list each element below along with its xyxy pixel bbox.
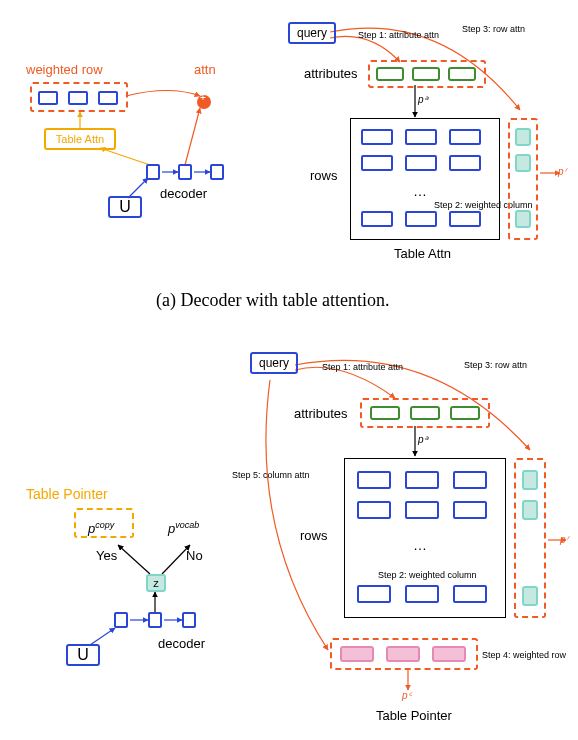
rows-label: rows	[310, 168, 337, 183]
p-vocab-label: pvocab	[168, 520, 199, 536]
attributes-label-b: attributes	[294, 406, 347, 421]
decoder-cell	[148, 612, 162, 628]
p-c-label: pᶜ	[402, 690, 412, 701]
caption-a: (a) Decoder with table attention.	[156, 290, 389, 311]
decoder-cell	[146, 164, 160, 180]
no-label: No	[186, 548, 203, 563]
decoder-cell	[210, 164, 224, 180]
table-grid-b: …	[344, 458, 506, 618]
u-box: U	[108, 196, 142, 218]
weighted-column-box	[508, 118, 538, 240]
query-box: query	[288, 22, 336, 44]
table-pointer-heading: Table Pointer	[26, 486, 108, 502]
panel-b: Table Pointer pcopy pvocab Yes No z deco…	[0, 330, 578, 740]
table-grid: …	[350, 118, 500, 240]
decoder-cell	[114, 612, 128, 628]
p-r-label-b: pʳ	[560, 534, 569, 545]
attributes-label: attributes	[304, 66, 357, 81]
ellipsis-icon: …	[413, 183, 427, 199]
yes-label: Yes	[96, 548, 117, 563]
u-box-b: U	[66, 644, 100, 666]
ellipsis-icon-b: …	[413, 537, 427, 553]
table-attn-caption: Table Attn	[394, 246, 451, 261]
attn-label: attn	[194, 62, 216, 77]
plus-icon: +	[200, 92, 206, 103]
z-box: z	[146, 574, 166, 592]
attributes-box-b	[360, 398, 490, 428]
p-copy-label: pcopy	[88, 520, 114, 536]
decoder-label: decoder	[160, 186, 207, 201]
decoder-cell	[182, 612, 196, 628]
decoder-label-b: decoder	[158, 636, 205, 651]
weighted-row-label: weighted row	[26, 62, 103, 77]
attributes-box	[368, 60, 486, 88]
p-a-label-b: pᵃ	[418, 434, 428, 445]
decoder-cell	[178, 164, 192, 180]
table-attn-box: Table Attn	[44, 128, 116, 150]
weighted-row-box	[30, 82, 128, 112]
rows-label-b: rows	[300, 528, 327, 543]
step3-label: Step 3: row attn	[462, 24, 525, 34]
p-r-label: pʳ	[558, 166, 567, 177]
weighted-row-box-b	[330, 638, 478, 670]
table-pointer-caption: Table Pointer	[376, 708, 452, 723]
step3-b: Step 3: row attn	[464, 360, 527, 370]
weighted-column-box-b	[514, 458, 546, 618]
step1-b: Step 1: attribute attn	[322, 362, 403, 372]
panel-a: weighted row attn + Table Attn decoder U…	[0, 0, 578, 300]
p-a-label: pᵃ	[418, 94, 428, 105]
step1-label: Step 1: attribute attn	[358, 30, 439, 40]
step5-b: Step 5: column attn	[232, 470, 310, 480]
step4-b: Step 4: weighted row	[482, 650, 566, 660]
query-box-b: query	[250, 352, 298, 374]
